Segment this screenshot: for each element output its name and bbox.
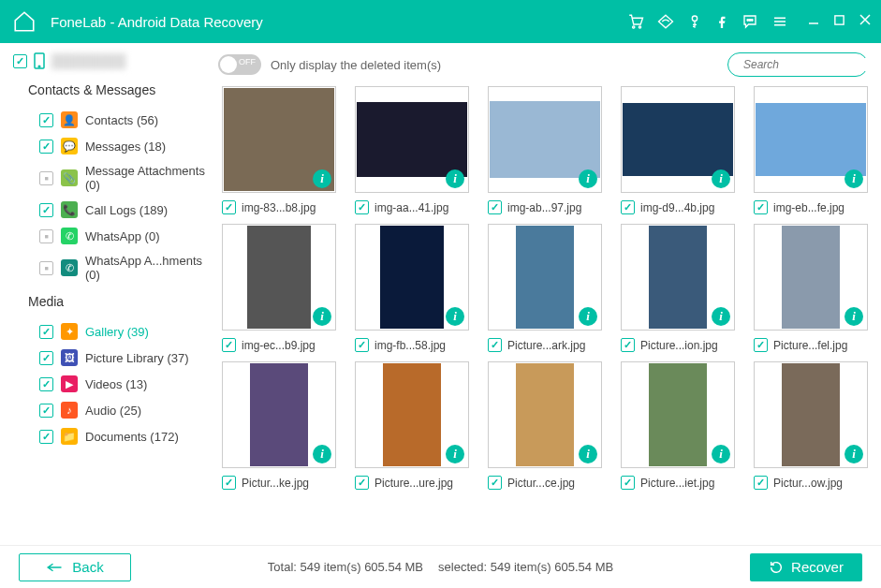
sidebar-item[interactable]: 📎Message Attachments (0) [13,159,211,197]
gallery-item[interactable]: iimg-ab...97.jpg [484,86,606,214]
cart-icon[interactable] [627,13,644,30]
thumb-frame[interactable]: i [621,361,735,468]
gallery-item[interactable]: iPictur...ow.jpg [750,361,872,490]
info-icon[interactable]: i [579,307,597,326]
gallery-item[interactable]: iPicture...fel.jpg [750,224,872,352]
info-icon[interactable]: i [313,169,331,188]
thumb-checkbox[interactable] [355,476,369,490]
sidebar-item[interactable]: 💬Messages (18) [13,133,211,159]
thumb-frame[interactable]: i [754,86,868,193]
gallery-item[interactable]: iimg-d9...4b.jpg [617,86,739,214]
wifi-icon[interactable] [657,13,674,30]
item-checkbox[interactable] [39,140,53,154]
feedback-icon[interactable] [742,13,758,30]
thumb-frame[interactable]: i [355,224,469,331]
thumb-frame[interactable]: i [222,361,336,468]
gallery-item[interactable]: iimg-ec...b9.jpg [218,224,340,352]
gallery-item[interactable]: iimg-aa...41.jpg [351,86,473,214]
thumb-checkbox[interactable] [621,200,635,214]
thumb-checkbox[interactable] [621,338,635,352]
gallery-item[interactable]: iPictur...ke.jpg [218,361,340,490]
thumb-frame[interactable]: i [222,86,336,193]
item-checkbox[interactable] [39,404,53,418]
item-checkbox[interactable] [39,113,53,127]
item-checkbox[interactable] [39,261,53,275]
thumb-checkbox[interactable] [355,200,369,214]
thumb-checkbox[interactable] [355,338,369,352]
thumb-checkbox[interactable] [754,338,768,352]
gallery-item[interactable]: iimg-fb...58.jpg [351,224,473,352]
thumb-image [649,226,707,329]
sidebar-item[interactable]: 👤Contacts (56) [13,107,211,133]
item-checkbox[interactable] [39,351,53,365]
gallery-item[interactable]: iimg-eb...fe.jpg [750,86,872,214]
info-icon[interactable]: i [712,169,730,188]
item-checkbox[interactable] [39,430,53,444]
facebook-icon[interactable] [715,13,728,30]
info-icon[interactable]: i [446,169,464,188]
gallery-item[interactable]: iPicture...ark.jpg [484,224,606,352]
info-icon[interactable]: i [446,445,464,463]
sidebar-item[interactable]: 🖼Picture Library (37) [13,345,211,371]
info-icon[interactable]: i [313,307,331,326]
info-icon[interactable]: i [712,307,730,326]
sidebar-item[interactable]: ✆WhatsApp A...hments (0) [13,249,211,287]
gallery-item[interactable]: iPicture...ure.jpg [351,361,473,490]
gallery-item[interactable]: iPicture...ion.jpg [617,224,739,352]
thumb-frame[interactable]: i [222,224,336,331]
info-icon[interactable]: i [712,445,730,463]
gallery-item[interactable]: iPictur...ce.jpg [484,361,606,490]
thumb-frame[interactable]: i [355,86,469,193]
recover-button[interactable]: Recover [750,553,862,581]
info-icon[interactable]: i [844,445,863,463]
item-checkbox[interactable] [39,203,53,217]
gallery-item[interactable]: iPicture...iet.jpg [617,361,739,490]
sidebar-item[interactable]: ✦Gallery (39) [13,318,211,345]
info-icon[interactable]: i [579,169,597,188]
thumb-frame[interactable]: i [488,224,602,331]
search-box[interactable] [727,52,868,77]
thumb-checkbox[interactable] [488,338,502,352]
thumb-checkbox[interactable] [754,200,768,214]
thumb-frame[interactable]: i [355,361,469,468]
thumb-frame[interactable]: i [488,86,602,193]
minimize-icon[interactable] [807,13,820,30]
deleted-toggle[interactable]: OFF [218,54,261,75]
item-checkbox[interactable] [39,377,53,391]
sidebar-item[interactable]: 📁Documents (172) [13,423,211,449]
sidebar-item[interactable]: 📞Call Logs (189) [13,197,211,223]
thumb-frame[interactable]: i [621,224,735,331]
thumb-checkbox[interactable] [222,338,236,352]
item-checkbox[interactable] [39,229,53,243]
device-row[interactable]: ████████ [13,52,211,69]
info-icon[interactable]: i [844,307,863,326]
home-icon[interactable] [9,7,39,37]
thumb-checkbox[interactable] [488,200,502,214]
sidebar-item[interactable]: ✆WhatsApp (0) [13,223,211,249]
info-icon[interactable]: i [579,445,597,463]
thumb-checkbox[interactable] [222,476,236,490]
thumb-frame[interactable]: i [754,224,868,331]
search-input[interactable] [743,58,881,71]
menu-icon[interactable] [771,13,788,30]
gallery-item[interactable]: iimg-83...b8.jpg [218,86,340,214]
thumb-checkbox[interactable] [754,476,768,490]
device-checkbox[interactable] [13,54,27,68]
sidebar-item[interactable]: ▶Videos (13) [13,371,211,397]
thumb-checkbox[interactable] [621,476,635,490]
item-checkbox[interactable] [39,325,53,339]
key-icon[interactable] [687,13,702,30]
thumb-frame[interactable]: i [488,361,602,468]
thumb-checkbox[interactable] [222,200,236,214]
info-icon[interactable]: i [313,445,331,463]
item-checkbox[interactable] [39,171,53,185]
info-icon[interactable]: i [446,307,464,326]
thumb-frame[interactable]: i [621,86,735,193]
maximize-icon[interactable] [833,13,845,30]
thumb-frame[interactable]: i [754,361,868,468]
close-icon[interactable] [859,13,872,30]
info-icon[interactable]: i [844,169,863,188]
thumb-checkbox[interactable] [488,476,502,490]
back-button[interactable]: Back [19,553,131,581]
sidebar-item[interactable]: ♪Audio (25) [13,397,211,423]
